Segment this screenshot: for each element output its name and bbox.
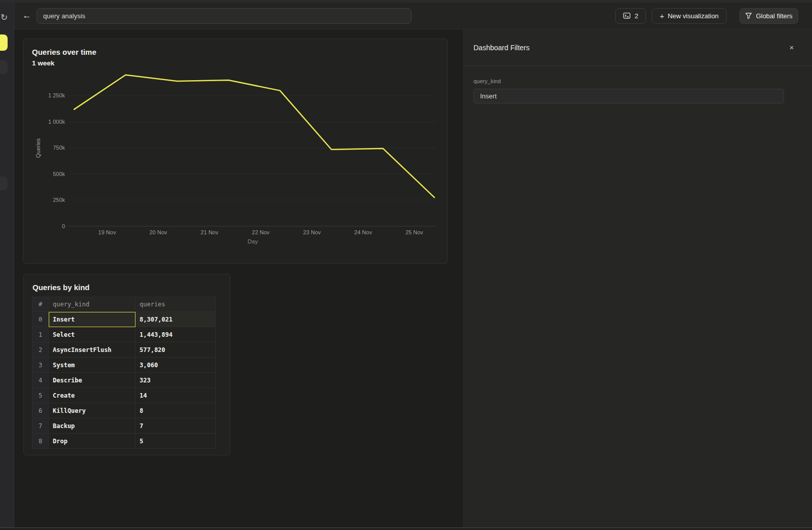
queries-over-time-chart[interactable]: 0250k500k750k1 000k1 250kQueries19 Nov20…	[23, 39, 447, 263]
query-kind-cell[interactable]: AsyncInsertFlush	[49, 342, 136, 358]
table-row: 1Select1,443,894	[32, 327, 216, 342]
table-row: 8Drop5	[32, 434, 216, 449]
query-kind-filter-input[interactable]	[473, 89, 784, 103]
queries-value-cell[interactable]: 5	[136, 434, 216, 449]
new-visualization-button[interactable]: + New visualization	[652, 8, 727, 24]
filters-panel-title: Dashboard Filters	[473, 44, 530, 52]
window-bottom-edge	[0, 527, 812, 530]
table-row: 0Insert8,307,021	[32, 312, 216, 327]
query-kind-cell[interactable]: Insert	[49, 312, 136, 327]
chart-subtitle: 1 week	[32, 59, 54, 67]
x-tick-label: 21 Nov	[200, 229, 218, 235]
queries-series-line[interactable]	[74, 75, 434, 198]
topbar: ← 2 + New visualization Global filters	[14, 3, 812, 29]
filter-field-label: query_kind	[473, 78, 784, 84]
back-button[interactable]: ←	[20, 9, 33, 22]
y-axis-title: Queries	[35, 138, 41, 158]
table-row: 7Backup7	[32, 418, 216, 434]
table-row: 5Create14	[32, 388, 216, 403]
global-filters-label: Global filters	[756, 12, 792, 20]
queries-over-time-card: 0250k500k750k1 000k1 250kQueries19 Nov20…	[23, 39, 448, 264]
queries-value-cell[interactable]: 14	[136, 388, 216, 403]
y-tick-label: 0	[62, 223, 65, 229]
row-index-cell: 2	[32, 342, 49, 358]
table-title: Queries by kind	[32, 283, 90, 292]
queries-by-kind-table: #query_kindqueries0Insert8,307,0211Selec…	[32, 297, 216, 449]
column-header-index: #	[32, 297, 49, 312]
y-tick-label: 500k	[53, 171, 65, 177]
x-tick-label: 25 Nov	[405, 229, 423, 235]
table-header-row: #query_kindqueries	[32, 297, 216, 312]
table-row: 3System3,060	[32, 358, 216, 373]
chart-title: Queries over time	[32, 48, 96, 56]
query-kind-cell[interactable]: KillQuery	[49, 403, 136, 418]
filters-panel-header: Dashboard Filters ×	[463, 29, 812, 66]
table-row: 4Describe323	[32, 373, 216, 388]
row-index-cell: 4	[32, 373, 49, 388]
rail-item[interactable]	[0, 60, 8, 74]
query-kind-cell[interactable]: Drop	[49, 434, 136, 449]
dashboard-page: ↻ ← 2 + New visualization Global filters	[0, 0, 812, 530]
query-kind-cell[interactable]: Select	[49, 327, 136, 342]
queries-value-cell[interactable]: 1,443,894	[136, 327, 216, 342]
x-tick-label: 20 Nov	[149, 229, 167, 235]
queries-value-cell[interactable]: 3,060	[136, 358, 216, 373]
sql-console-button[interactable]: 2	[615, 8, 646, 24]
x-tick-label: 23 Nov	[303, 229, 321, 235]
row-index-cell: 6	[32, 403, 49, 418]
query-kind-cell[interactable]: Describe	[49, 373, 136, 388]
dashboard-filters-panel: Dashboard Filters × query_kind	[463, 29, 812, 527]
query-kind-cell[interactable]: Create	[49, 388, 136, 403]
queries-value-cell[interactable]: 577,820	[136, 342, 216, 358]
y-tick-label: 250k	[53, 197, 65, 203]
row-index-cell: 8	[32, 434, 49, 449]
queries-value-cell[interactable]: 8	[136, 403, 216, 418]
global-filters-button[interactable]: Global filters	[739, 8, 798, 24]
plus-icon: +	[660, 12, 664, 20]
filters-panel-body: query_kind	[463, 66, 812, 103]
row-index-cell: 1	[32, 327, 49, 342]
console-count: 2	[634, 12, 638, 20]
queries-value-cell[interactable]: 8,307,021	[136, 312, 216, 327]
queries-value-cell[interactable]: 7	[136, 418, 216, 434]
table-row: 2AsyncInsertFlush577,820	[32, 342, 216, 358]
rail-item-active[interactable]	[0, 34, 8, 51]
refresh-icon[interactable]: ↻	[0, 11, 14, 24]
filter-funnel-icon	[745, 12, 752, 19]
x-tick-label: 24 Nov	[354, 229, 372, 235]
x-tick-label: 19 Nov	[98, 229, 116, 235]
row-index-cell: 0	[32, 312, 49, 327]
queries-value-cell[interactable]: 323	[136, 373, 216, 388]
dashboard-title-input[interactable]	[37, 8, 412, 24]
query-kind-cell[interactable]: System	[49, 358, 136, 373]
queries-by-kind-card: Queries by kind #query_kindqueries0Inser…	[23, 274, 230, 455]
left-rail: ↻	[0, 3, 14, 527]
table-wrap: #query_kindqueries0Insert8,307,0211Selec…	[32, 297, 216, 449]
rail-item[interactable]	[0, 176, 8, 190]
row-index-cell: 7	[32, 418, 49, 434]
console-icon	[623, 12, 631, 20]
x-tick-label: 22 Nov	[252, 229, 269, 235]
y-tick-label: 1 250k	[48, 92, 65, 98]
row-index-cell: 5	[32, 388, 49, 403]
y-tick-label: 1 000k	[48, 119, 65, 125]
row-index-cell: 3	[32, 358, 49, 373]
table-row: 6KillQuery8	[32, 403, 216, 418]
close-icon[interactable]: ×	[787, 43, 797, 53]
y-tick-label: 750k	[53, 145, 65, 151]
query-kind-cell[interactable]: Backup	[49, 418, 136, 434]
column-header-queries: queries	[136, 297, 216, 312]
x-axis-title: Day	[248, 238, 258, 244]
new-visualization-label: New visualization	[668, 12, 719, 20]
column-header-query_kind: query_kind	[49, 297, 136, 312]
